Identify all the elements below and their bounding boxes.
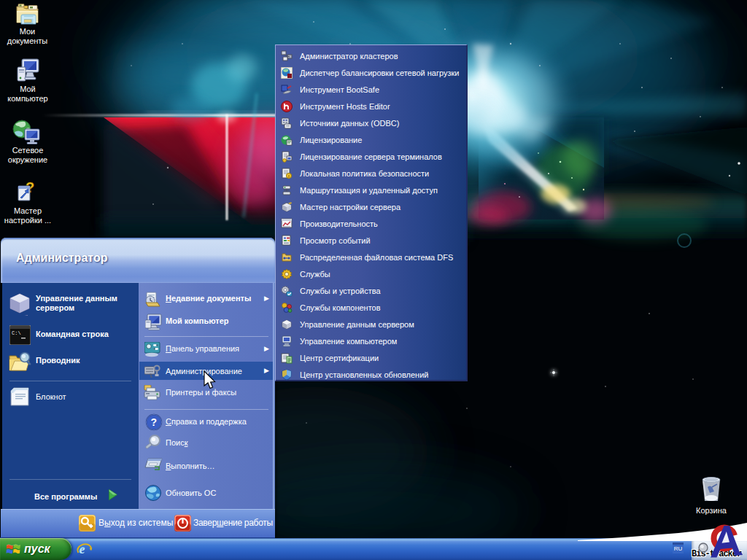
svg-text:?: ? — [151, 416, 158, 428]
svg-text:C:\: C:\ — [12, 330, 21, 336]
